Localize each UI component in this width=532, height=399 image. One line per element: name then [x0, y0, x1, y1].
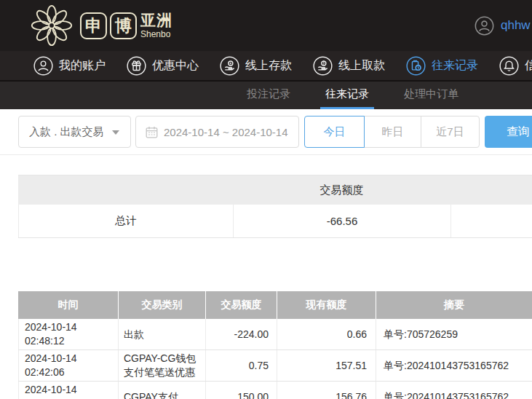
yesterday-button[interactable]: 昨日 — [364, 116, 421, 148]
nav-item-deposit[interactable]: 线上存款 — [220, 56, 292, 76]
table-row: 2024-10-14 02:42:06 CGPAY-CG钱包支付笔笔送优惠 0.… — [18, 350, 532, 382]
cell-type: 出款 — [118, 319, 205, 349]
date-range-picker[interactable]: 2024-10-14 ~ 2024-10-14 — [135, 116, 299, 148]
tab-betting-records[interactable]: 投注记录 — [242, 82, 295, 109]
nav-label: 优惠中心 — [152, 58, 199, 74]
tab-transaction-records[interactable]: 往来记录 — [320, 82, 374, 109]
transaction-type-select[interactable]: 入款 . 出款交易 — [18, 116, 131, 148]
nav-label: 线上存款 — [245, 58, 292, 74]
user-account[interactable]: qhhw — [475, 0, 531, 51]
user-icon — [33, 56, 53, 76]
date-range-value: 2024-10-14 ~ 2024-10-14 — [164, 126, 288, 138]
cell-balance: 0.66 — [277, 319, 376, 349]
nav-item-withdraw[interactable]: 线上取款 — [313, 56, 385, 76]
nav-label: 我的账户 — [59, 58, 106, 74]
site-header: 申 博 亚洲 Shenbo qhhw — [0, 0, 532, 51]
transactions-table-header: 时间 交易类别 交易额度 现有额度 摘要 — [18, 291, 532, 319]
records-tab-bar: 投注记录 往来记录 处理中订单 — [0, 82, 532, 109]
col-header-summary: 摘要 — [376, 291, 532, 319]
summary-header-amount: 交易额度 — [233, 183, 450, 197]
summary-table-header: 交易额度 — [18, 175, 532, 205]
avatar-icon — [475, 16, 494, 36]
last-7-days-button[interactable]: 近7日 — [421, 116, 480, 148]
cell-balance: 157.51 — [277, 350, 376, 381]
gift-icon — [127, 56, 146, 76]
nav-item-messages[interactable]: 信息 — [499, 56, 532, 76]
clipboard-clock-icon — [406, 56, 426, 76]
cell-type: CGPAY-CG钱包支付笔笔送优惠 — [118, 350, 205, 381]
col-header-time: 时间 — [18, 291, 118, 319]
today-button[interactable]: 今日 — [304, 116, 365, 148]
logo-char-2: 博 — [110, 12, 137, 39]
summary-total-row: 总计 -66.56 — [18, 205, 532, 238]
query-button[interactable]: 查询 — [485, 116, 532, 148]
cell-summary: 单号:202410143753165762 — [376, 350, 532, 381]
deposit-hand-coin-icon — [220, 56, 239, 76]
logo-latin: Shenbo — [140, 30, 172, 39]
cell-time: 2024-10-14 02:42:06 — [18, 350, 118, 381]
site-logo[interactable]: 申 博 亚洲 Shenbo — [28, 4, 172, 47]
transaction-type-value: 入款 . 出款交易 — [29, 125, 104, 139]
transactions-table: 时间 交易类别 交易额度 现有额度 摘要 2024-10-14 02:48:12… — [18, 291, 532, 399]
cell-summary: 单号:705726259 — [376, 319, 532, 349]
col-header-amount: 交易额度 — [205, 291, 277, 319]
summary-total-value: -66.56 — [233, 205, 450, 237]
cell-time: 2024-10-14 02:42:06 — [18, 382, 118, 399]
nav-label: 信息 — [525, 58, 532, 74]
withdraw-hand-coin-icon — [313, 56, 333, 76]
nav-item-promotions[interactable]: 优惠中心 — [127, 56, 199, 76]
nav-label: 线上取款 — [338, 58, 385, 74]
filter-bar: 入款 . 出款交易 2024-10-14 ~ 2024-10-14 今日 昨日 … — [0, 109, 532, 155]
cell-time: 2024-10-14 02:48:12 — [18, 319, 118, 349]
cell-type: CGPAY支付 — [118, 382, 205, 399]
cell-amount: -224.00 — [205, 319, 277, 349]
nav-item-my-account[interactable]: 我的账户 — [33, 56, 106, 76]
tab-pending-orders[interactable]: 处理中订单 — [399, 82, 464, 109]
cell-amount: 150.00 — [205, 382, 277, 399]
calendar-icon — [146, 126, 158, 138]
main-nav: 我的账户 优惠中心 线上存款 线上取款 — [0, 51, 532, 82]
logo-region: 亚洲 — [140, 12, 172, 28]
quick-range-group: 今日 昨日 近7日 — [304, 116, 480, 148]
nav-label: 往来记录 — [432, 58, 478, 74]
cell-summary: 单号:202410143753165762 — [376, 382, 532, 399]
summary-total-label: 总计 — [18, 205, 233, 237]
chevron-down-icon — [112, 130, 119, 135]
logo-char-1: 申 — [80, 12, 107, 39]
bell-icon — [499, 56, 519, 76]
cell-balance: 156.76 — [277, 382, 376, 399]
table-row: 2024-10-14 02:48:12 出款 -224.00 0.66 单号:7… — [18, 319, 532, 350]
summary-table: 交易额度 总计 -66.56 — [18, 175, 532, 238]
table-row: 2024-10-14 02:42:06 CGPAY支付 150.00 156.7… — [18, 382, 532, 399]
nav-item-transaction-records[interactable]: 往来记录 — [406, 56, 478, 76]
cell-amount: 0.75 — [205, 350, 277, 381]
col-header-balance: 现有额度 — [277, 291, 376, 319]
flower-logo-icon — [28, 4, 76, 47]
username: qhhw — [501, 18, 531, 33]
col-header-type: 交易类别 — [118, 291, 205, 319]
